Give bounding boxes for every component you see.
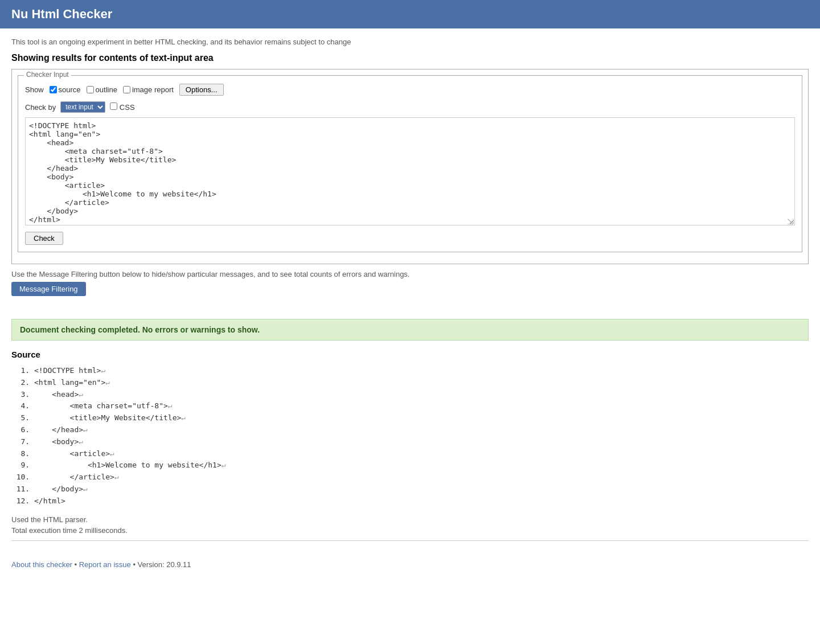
- checker-input-label: Checker Input: [24, 71, 71, 79]
- version-text: • Version: 20.9.11: [131, 560, 191, 569]
- source-code: <!DOCTYPE html>↵ <html lang="en">↵ <head…: [11, 365, 809, 507]
- outline-checkbox[interactable]: [87, 86, 94, 93]
- css-checkbox[interactable]: [110, 102, 117, 110]
- source-line-3: <head>↵: [34, 389, 809, 401]
- source-line-8: <article>↵: [34, 448, 809, 460]
- css-checkbox-label[interactable]: CSS: [110, 102, 134, 112]
- footer-divider: [11, 540, 809, 541]
- separator-1: •: [72, 560, 79, 569]
- source-line-1: <!DOCTYPE html>↵: [34, 365, 809, 377]
- source-line-4: <meta charset="utf-8">↵: [34, 400, 809, 412]
- check-by-label: Check by: [25, 103, 56, 112]
- parser-note: Used the HTML parser.: [11, 515, 809, 524]
- header: Nu Html Checker: [0, 0, 820, 28]
- show-label: Show: [25, 85, 44, 94]
- textarea-container: <!DOCTYPE html> <html lang="en"> <head> …: [25, 117, 795, 227]
- main-content: This tool is an ongoing experiment in be…: [0, 38, 820, 560]
- source-line-5: <title>My Website</title>↵: [34, 412, 809, 424]
- footer: About this checker • Report an issue • V…: [0, 560, 820, 580]
- options-button[interactable]: Options...: [179, 84, 224, 96]
- source-line-11: </body>↵: [34, 483, 809, 495]
- source-checkbox-label[interactable]: source: [50, 85, 81, 94]
- execution-time: Total execution time 2 milliseconds.: [11, 526, 809, 535]
- report-issue-link[interactable]: Report an issue: [79, 560, 131, 569]
- check-by-row: Check by text input CSS: [25, 101, 795, 113]
- image-report-checkbox[interactable]: [123, 86, 130, 93]
- results-heading: Showing results for contents of text-inp…: [11, 53, 809, 63]
- source-line-7: <body>↵: [34, 436, 809, 448]
- tool-description: This tool is an ongoing experiment in be…: [11, 38, 809, 46]
- source-checkbox[interactable]: [50, 86, 57, 93]
- source-line-2: <html lang="en">↵: [34, 377, 809, 389]
- message-filtering-button[interactable]: Message Filtering: [11, 282, 86, 296]
- success-text: Document checking completed. No errors o…: [20, 325, 260, 334]
- source-lines: <!DOCTYPE html>↵ <html lang="en">↵ <head…: [11, 365, 809, 507]
- check-button[interactable]: Check: [25, 232, 63, 245]
- source-line-9: <h1>Welcome to my website</h1>↵: [34, 460, 809, 471]
- source-line-12: </html>: [34, 495, 809, 507]
- checker-input-section: Checker Input Show source outline image …: [11, 69, 809, 264]
- about-checker-link[interactable]: About this checker: [11, 560, 72, 569]
- show-row: Show source outline image report Options…: [25, 84, 795, 96]
- success-banner: Document checking completed. No errors o…: [11, 319, 809, 341]
- source-line-10: </article>↵: [34, 471, 809, 483]
- outline-checkbox-label[interactable]: outline: [87, 85, 117, 94]
- source-heading: Source: [11, 350, 809, 359]
- app-title: Nu Html Checker: [11, 7, 809, 22]
- check-by-select[interactable]: text input: [60, 101, 105, 113]
- source-line-6: </head>↵: [34, 424, 809, 436]
- resize-handle-icon: ⇲: [787, 217, 794, 226]
- image-report-checkbox-label[interactable]: image report: [123, 85, 174, 94]
- html-textarea[interactable]: <!DOCTYPE html> <html lang="en"> <head> …: [25, 117, 795, 225]
- message-filter-note: Use the Message Filtering button below t…: [11, 270, 809, 278]
